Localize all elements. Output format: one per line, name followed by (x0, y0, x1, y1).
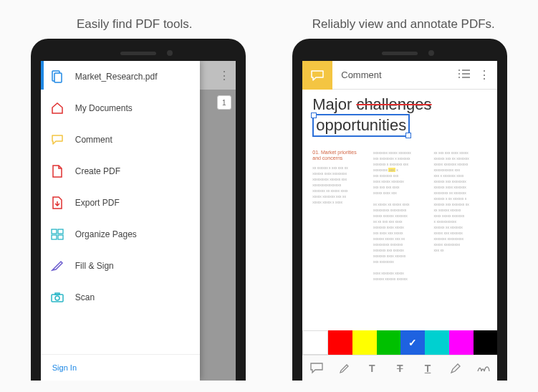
svg-point-7 (55, 296, 59, 300)
sidebar-item-label: My Documents (75, 103, 133, 113)
sidebar-item-create[interactable]: Create PDF (41, 156, 200, 187)
document-icon (51, 70, 64, 83)
overflow-icon[interactable]: ⋮ (218, 69, 230, 82)
tool-text-underline[interactable]: T (417, 358, 438, 379)
svg-rect-2 (52, 229, 57, 234)
sidebar-item-organize[interactable]: Organize Pages (41, 219, 200, 250)
sidebar-item-label: Create PDF (75, 166, 120, 176)
swatch-green[interactable] (377, 330, 401, 355)
tool-signature[interactable] (473, 358, 494, 379)
swatch-magenta[interactable] (449, 330, 474, 355)
document-body: 01. Market priorities and concerns xx xx… (312, 150, 487, 282)
document-view[interactable]: Major challenges opportunities 01. Marke… (302, 90, 497, 330)
sidebar-item-label: Fill & Sign (75, 261, 114, 271)
sidebar-item-comment[interactable]: Comment (41, 124, 200, 156)
color-swatches: ✓ (302, 330, 497, 355)
pen-icon (51, 259, 64, 272)
caption-right: Reliably view and annotate PDFs. (269, 17, 539, 32)
sidebar-item-mydocs[interactable]: My Documents (41, 92, 200, 124)
check-icon: ✓ (408, 337, 417, 348)
tool-comment[interactable] (306, 358, 327, 379)
home-icon (51, 102, 64, 115)
tool-text-strike[interactable]: T (389, 358, 410, 379)
create-pdf-icon (51, 165, 64, 178)
swatch-white[interactable] (302, 330, 328, 355)
phone-left: ⋮ 1 Market_Research.pdf My Documents (31, 39, 246, 381)
caption-left: Easily find PDF tools. (0, 17, 269, 32)
sidebar-item-export[interactable]: Export PDF (41, 187, 200, 219)
navigation-drawer: Market_Research.pdf My Documents Comment (41, 61, 200, 381)
list-icon[interactable] (458, 68, 470, 82)
tool-text[interactable]: T (361, 358, 383, 379)
overflow-icon[interactable]: ⋮ (479, 68, 490, 82)
page-number-badge: 1 (217, 95, 231, 110)
sidebar-item-scan[interactable]: Scan (41, 282, 200, 313)
comment-header: Comment ⋮ (302, 61, 497, 90)
comment-icon (51, 133, 64, 146)
sidebar-item-file[interactable]: Market_Research.pdf (41, 61, 200, 92)
document-headline: Major challenges opportunities (312, 95, 487, 137)
sidebar-item-label: Scan (75, 292, 95, 302)
export-pdf-icon (51, 196, 64, 209)
strikethrough-text: challenges (356, 95, 431, 113)
header-title: Comment (332, 70, 458, 80)
organize-icon (51, 228, 64, 241)
selected-annotation: opportunities (312, 114, 410, 137)
tool-pencil[interactable] (445, 358, 466, 379)
swatch-red[interactable] (328, 330, 352, 355)
swatch-yellow[interactable] (352, 330, 377, 355)
swatch-black[interactable] (474, 330, 498, 355)
section-title: 01. Market priorities and concerns (312, 150, 366, 162)
sidebar-item-fillsign[interactable]: Fill & Sign (41, 250, 200, 282)
svg-rect-1 (54, 73, 62, 82)
swatch-blue[interactable]: ✓ (400, 330, 425, 355)
svg-rect-5 (58, 235, 63, 239)
annotation-toolbar: T T T (302, 355, 497, 381)
camera-icon (51, 291, 64, 304)
sidebar-item-label: Comment (75, 135, 112, 145)
svg-rect-4 (52, 235, 57, 239)
sidebar-item-label: Export PDF (75, 198, 120, 208)
comment-mode-icon[interactable] (302, 61, 332, 90)
sign-in-link[interactable]: Sign In (41, 354, 200, 381)
phone-right: Comment ⋮ 1 Major challenges opportuniti… (292, 39, 507, 381)
sidebar-item-label: Organize Pages (75, 229, 137, 239)
svg-rect-8 (55, 293, 59, 295)
sidebar-item-label: Market_Research.pdf (75, 72, 158, 82)
swatch-cyan[interactable] (425, 330, 449, 355)
svg-rect-3 (58, 229, 63, 234)
tool-highlighter[interactable] (334, 358, 355, 379)
